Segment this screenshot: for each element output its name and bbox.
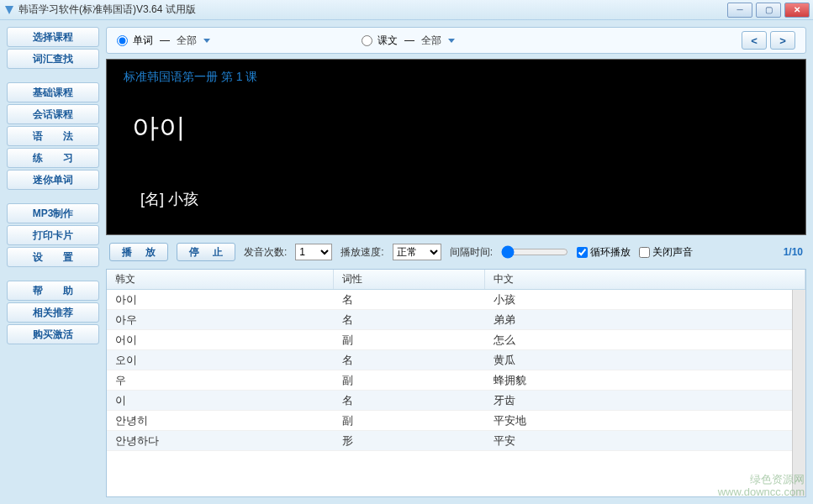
mute-checkbox[interactable]: [639, 247, 650, 258]
cell-chinese: 蜂拥貌: [485, 370, 792, 390]
loop-checkbox[interactable]: [577, 247, 588, 258]
vocab-table: 韩文 词性 中文 아이名小孩아우名弟弟어이副怎么오이名黄瓜우副蜂拥貌이名牙齿안녕…: [106, 269, 806, 497]
cell-pos: 副: [334, 370, 485, 390]
right-panel: 单词 — 全部 课文 — 全部 < > 标准韩国语第一册 第 1 课 아이: [106, 27, 806, 497]
control-bar: 播 放 停 止 发音次数: 1 播放速度: 正常 间隔时间: 循环播放 关闭声音: [106, 240, 806, 264]
speed-select[interactable]: 正常: [393, 244, 441, 260]
dash: —: [160, 34, 170, 46]
conversation-course-button[interactable]: 会话课程: [7, 104, 99, 124]
cell-pos: 名: [334, 290, 485, 309]
mute-checkbox-group[interactable]: 关闭声音: [639, 245, 693, 260]
cell-chinese: 弟弟: [485, 310, 792, 329]
count-select[interactable]: 1: [295, 244, 332, 260]
loop-label: 循环播放: [590, 245, 631, 260]
practice-button[interactable]: 练 习: [7, 148, 99, 168]
cell-pos: 名: [334, 310, 485, 329]
buy-activate-button[interactable]: 购买激活: [7, 324, 99, 344]
word-radio-group[interactable]: 单词 — 全部: [117, 34, 210, 48]
titlebar: 韩语学习软件(标准韩国语)V3.64 试用版 ─ ▢ ✕: [0, 0, 813, 20]
window-controls: ─ ▢ ✕: [727, 3, 810, 18]
table-row[interactable]: 우副蜂拥貌: [107, 370, 792, 391]
cell-chinese: 怎么: [485, 330, 792, 349]
help-button[interactable]: 帮 助: [7, 281, 99, 301]
table-row[interactable]: 오이名黄瓜: [107, 350, 792, 370]
filter-bar: 单词 — 全部 课文 — 全部 < >: [106, 27, 806, 54]
dash: —: [404, 34, 414, 46]
sidebar: 选择课程 词汇查找 基础课程 会话课程 语 法 练 习 迷你单词 MP3制作 打…: [7, 27, 99, 497]
text-radio-group[interactable]: 课文 — 全部: [362, 34, 455, 48]
display-area: 标准韩国语第一册 第 1 课 아이 [名] 小孩: [106, 59, 806, 235]
cell-pos: 形: [334, 431, 485, 450]
th-korean[interactable]: 韩文: [107, 270, 334, 289]
text-radio-label: 课文: [377, 34, 398, 48]
print-card-button[interactable]: 打印卡片: [7, 225, 99, 245]
related-button[interactable]: 相关推荐: [7, 302, 99, 323]
scrollbar[interactable]: [792, 290, 805, 496]
vocab-search-button[interactable]: 词汇查找: [7, 49, 99, 69]
cell-korean: 안녕하다: [107, 431, 334, 450]
text-radio[interactable]: [362, 35, 372, 46]
word-radio-label: 单词: [133, 34, 153, 48]
cell-korean: 어이: [107, 330, 334, 349]
sidebar-group-4: 帮 助 相关推荐 购买激活: [7, 281, 99, 344]
mute-label: 关闭声音: [652, 245, 693, 260]
main-content: 选择课程 词汇查找 基础课程 会话课程 语 法 练 习 迷你单词 MP3制作 打…: [0, 20, 813, 504]
play-button[interactable]: 播 放: [109, 243, 168, 261]
text-scope[interactable]: 全部: [421, 34, 441, 48]
th-chinese[interactable]: 中文: [485, 270, 805, 289]
count-label: 发音次数:: [244, 245, 287, 260]
select-course-button[interactable]: 选择课程: [7, 27, 99, 47]
table-row[interactable]: 아우名弟弟: [107, 310, 792, 330]
loop-checkbox-group[interactable]: 循环播放: [577, 245, 631, 260]
table-row[interactable]: 이名牙齿: [107, 391, 792, 411]
table-row[interactable]: 안녕히副平安地: [107, 411, 792, 431]
sidebar-group-3: MP3制作 打印卡片 设 置: [7, 203, 99, 267]
th-pos[interactable]: 词性: [334, 270, 485, 289]
mp3-make-button[interactable]: MP3制作: [7, 203, 99, 223]
table-row[interactable]: 안녕하다形平安: [107, 431, 792, 451]
page-indicator: 1/10: [784, 246, 803, 258]
prev-button[interactable]: <: [742, 31, 767, 50]
cell-pos: 副: [334, 411, 485, 430]
cell-chinese: 牙齿: [485, 391, 792, 410]
dropdown-arrow-icon[interactable]: [448, 39, 455, 43]
mini-vocab-button[interactable]: 迷你单词: [7, 170, 99, 190]
maximize-button[interactable]: ▢: [756, 3, 781, 18]
korean-word: 아이: [132, 110, 789, 147]
app-icon: [3, 4, 15, 16]
sidebar-group-2: 基础课程 会话课程 语 法 练 习 迷你单词: [7, 82, 99, 190]
close-button[interactable]: ✕: [784, 3, 810, 18]
sidebar-group-1: 选择课程 词汇查找: [7, 27, 99, 69]
word-scope[interactable]: 全部: [177, 34, 197, 48]
table-row[interactable]: 어이副怎么: [107, 330, 792, 350]
cell-korean: 안녕히: [107, 411, 334, 430]
cell-chinese: 平安: [485, 431, 792, 450]
cell-pos: 名: [334, 391, 485, 410]
watermark: 绿色资源网 www.downcc.com: [718, 473, 805, 499]
cell-pos: 名: [334, 350, 485, 370]
word-radio[interactable]: [117, 35, 128, 46]
interval-slider[interactable]: [501, 245, 568, 259]
table-row[interactable]: 아이名小孩: [107, 290, 792, 310]
basic-course-button[interactable]: 基础课程: [7, 82, 99, 102]
cell-korean: 우: [107, 370, 334, 390]
cell-korean: 이: [107, 391, 334, 410]
stop-button[interactable]: 停 止: [177, 243, 235, 261]
cell-chinese: 黄瓜: [485, 350, 792, 370]
cell-chinese: 平安地: [485, 411, 792, 430]
cell-korean: 오이: [107, 350, 334, 370]
table-header: 韩文 词性 中文: [107, 270, 805, 290]
dropdown-arrow-icon[interactable]: [203, 39, 210, 43]
word-meaning: [名] 小孩: [140, 189, 789, 209]
nav-buttons: < >: [742, 31, 795, 50]
lesson-title: 标准韩国语第一册 第 1 课: [124, 70, 789, 85]
next-button[interactable]: >: [770, 31, 795, 50]
grammar-button[interactable]: 语 法: [7, 126, 99, 146]
cell-korean: 아우: [107, 310, 334, 329]
cell-korean: 아이: [107, 290, 334, 309]
minimize-button[interactable]: ─: [727, 3, 752, 18]
interval-label: 间隔时间:: [450, 245, 493, 260]
speed-label: 播放速度:: [341, 245, 383, 260]
interval-slider-wrap: [501, 245, 568, 259]
settings-button[interactable]: 设 置: [7, 247, 99, 267]
